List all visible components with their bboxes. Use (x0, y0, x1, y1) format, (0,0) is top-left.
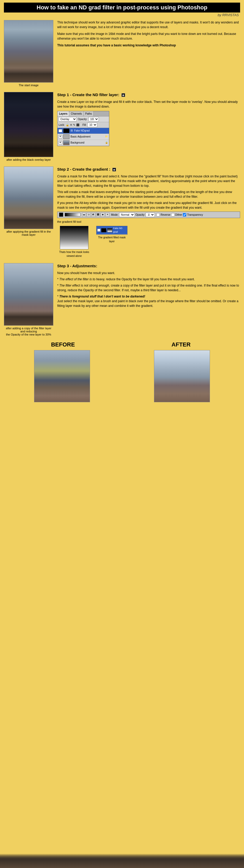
layer-thumb-2 (63, 134, 69, 139)
mini-eye-icon[interactable]: 👁 (97, 229, 100, 231)
intro-caption: The start image (19, 84, 38, 87)
mini-layers-panel: 👁 Fake ND grad (96, 226, 128, 235)
layer-thumb-1 (63, 128, 69, 133)
panel-tabs: Layers Channels Paths (58, 111, 109, 117)
after-image (154, 350, 210, 402)
layer-name-1: Fake NDgrad (74, 129, 108, 133)
bullet1-text: reduce the Opacity for the layer till yo… (105, 277, 195, 281)
opacity-select-2[interactable]: 100% (146, 213, 155, 217)
lock-draw-icon: ✎ (73, 123, 75, 127)
dither-label: Dither (175, 213, 182, 217)
step2-image (4, 166, 53, 229)
step2-section: after applying the gradient fill in the … (4, 166, 240, 258)
layer-name-2: Basic Adjustment (70, 135, 104, 138)
step2-desc2: This will create a mask that leaves ever… (57, 190, 240, 199)
intro-text: This technique should work for any advan… (57, 20, 240, 50)
intro-section: The start image This technique should wo… (4, 20, 240, 87)
tab-layers[interactable]: Layers (58, 111, 69, 116)
step3-section: after adding a copy of the filter layer … (4, 263, 240, 336)
diamond-grad-icon[interactable]: ◆ (101, 213, 105, 217)
step3-bullet1: * The effect of the filter is to heavy, … (57, 277, 240, 282)
step1-image (4, 92, 53, 157)
fill-select[interactable]: 100% (88, 123, 97, 127)
mini-layer-thumb (101, 228, 106, 232)
step3-image-wrap: after adding a copy of the filter layer … (4, 263, 53, 336)
before-image (34, 350, 90, 402)
step2-desc3: If you press the Alt-key while clicking … (57, 200, 240, 210)
mode-label: Mode: (111, 213, 118, 217)
step2-content: Step 2 - Create the gradient : ▤ Create … (57, 166, 240, 258)
step1-section: after adding the black overlay layer Ste… (4, 92, 240, 161)
before-photo (34, 350, 90, 402)
layer-thumb-3 (63, 141, 69, 145)
mini-panel-caption: The gradient filled mask layer (95, 236, 129, 243)
linear-grad-icon[interactable]: ▬ (82, 213, 86, 217)
step3-image (4, 263, 53, 326)
lock-row: Lock: 🔒 ✛ ✎ ⬛ Fill: 100% (58, 122, 109, 128)
panel-header: Overlay Opacity: 100% (58, 117, 109, 122)
reverse-checkbox[interactable] (156, 213, 160, 216)
transparency-checkbox[interactable] (183, 213, 186, 216)
mask-preview (60, 226, 89, 249)
film-icon: ▤ (121, 93, 125, 97)
intro-para1: This technique should work for any advan… (57, 20, 240, 29)
angle-grad-icon[interactable]: ◩ (91, 213, 96, 217)
bullet1-title: The effect of the filter is to heavy, (59, 277, 105, 281)
layer-row-fakend[interactable]: 👁 ⛓ Fake NDgrad (58, 128, 109, 134)
film-icon-2: ▤ (112, 168, 116, 172)
opacity-label-2: Opacity: (136, 213, 145, 217)
mode-select[interactable]: Normal (119, 213, 135, 217)
opacity-label: Opacity: (78, 117, 88, 121)
tab-channels[interactable]: Channels (69, 111, 83, 116)
bullet3-title: There is foreground stuff that I don't w… (59, 294, 145, 298)
blend-mode-select[interactable]: Overlay (59, 117, 77, 121)
mini-layer-name: Fake ND grad (113, 227, 127, 234)
page-title: How to fake an ND grad filter in post-pr… (4, 3, 240, 12)
step2-title: Step 2 - Create the gradient : ▤ (57, 166, 240, 173)
bullet3-text: Just select the mask layer, use a brush … (57, 299, 238, 308)
intro-para2: Make sure that you edit the image in 16b… (57, 32, 240, 41)
gradient-preview-swatch (65, 213, 80, 216)
intro-image (4, 20, 53, 83)
step3-bullet2: * The filter effect is not strong enough… (57, 283, 240, 292)
lock-icon-bg: 🔒 (105, 141, 108, 145)
layer-row-bg[interactable]: 👁 Background 🔒 (58, 140, 109, 146)
layer-row-basic[interactable]: 👁 Basic Adjustment 📁 (58, 134, 109, 140)
link-icon-1: ⛓ (70, 129, 73, 133)
mask-alone-wrap: Thats how the mask looks viewed alone (57, 226, 91, 258)
bullet2-title: The filter effect is not strong enough, (59, 284, 110, 287)
after-photo (154, 350, 210, 402)
step3-title: Step 3 - Adjustments: (57, 263, 240, 269)
step1-desc: Create a new Layer on top of the image a… (57, 99, 240, 109)
checkbox-row: Reverse Dither Transparency (156, 213, 203, 217)
transparency-label: Transparency (187, 213, 203, 217)
mask-caption: Thats how the mask looks viewed alone (57, 250, 91, 258)
layer-name-3: Background (70, 141, 104, 145)
dither-checkbox[interactable] (171, 213, 175, 216)
eye-icon-3[interactable]: 👁 (59, 141, 62, 144)
eye-icon-2[interactable]: 👁 (59, 135, 62, 138)
eye-icon-1[interactable]: 👁 (59, 129, 62, 132)
step2-desc1: Create a mask for the filter layer and s… (57, 174, 240, 188)
page-wrapper: How to fake an ND grad filter in post-pr… (0, 0, 244, 407)
folder-icon-1: 📁 (105, 135, 108, 138)
reflected-grad-icon[interactable]: ⬛ (96, 213, 100, 217)
step1-image-wrap: after adding the black overlay layer (4, 92, 53, 161)
before-title: BEFORE (35, 341, 91, 348)
opacity-select[interactable]: 100% (89, 117, 99, 121)
ba-images (4, 350, 240, 402)
tab-paths[interactable]: Paths (84, 111, 94, 116)
toolbar-caption: the gradient fill tool (57, 220, 107, 224)
intro-para3: This tutorial assumes that you have a ba… (57, 43, 240, 48)
step3-caption: after adding a copy of the filter layer … (4, 327, 53, 336)
radial-grad-icon[interactable]: ◎ (86, 213, 91, 217)
sparkle-icon[interactable]: ✦ (105, 213, 109, 217)
step3-content: Step 3 - Adjustments: Now you should hav… (57, 263, 240, 310)
fill-label: Fill: (82, 123, 86, 127)
author-line: by RRVISTAS (4, 13, 240, 17)
step2-caption: after applying the gradient fill in the … (4, 230, 53, 236)
mode-row: Mode: Normal Opacity: 100% (111, 213, 155, 217)
lock-icon: 🔒 (66, 123, 69, 127)
mini-panel-wrap: 👁 Fake ND grad The gradient filled mask … (95, 226, 129, 258)
mini-layer-row[interactable]: 👁 Fake ND grad (97, 226, 127, 235)
